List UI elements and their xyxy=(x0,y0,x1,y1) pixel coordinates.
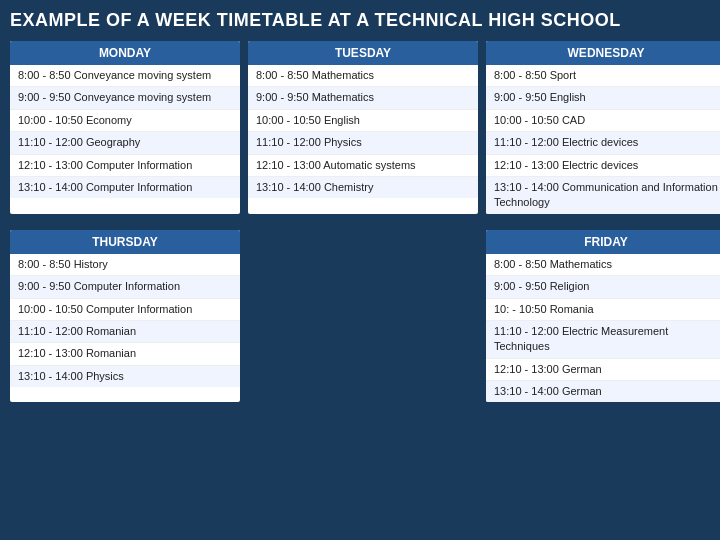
monday-row-5: 13:10 - 14:00 Computer Information xyxy=(10,177,240,198)
thursday-row-4: 12:10 - 13:00 Romanian xyxy=(10,343,240,365)
bottom-row: THURSDAY 8:00 - 8:50 History 9:00 - 9:50… xyxy=(10,230,710,403)
tuesday-row-3: 11:10 - 12:00 Physics xyxy=(248,132,478,154)
monday-row-3: 11:10 - 12:00 Geography xyxy=(10,132,240,154)
tuesday-row-5: 13:10 - 14:00 Chemistry xyxy=(248,177,478,198)
friday-row-5: 13:10 - 14:00 German xyxy=(486,381,720,402)
wednesday-row-5: 13:10 - 14:00 Communication and Informat… xyxy=(486,177,720,214)
thursday-row-0: 8:00 - 8:50 History xyxy=(10,254,240,276)
monday-row-0: 8:00 - 8:50 Conveyance moving system xyxy=(10,65,240,87)
tuesday-row-2: 10:00 - 10:50 English xyxy=(248,110,478,132)
tuesday-header: TUESDAY xyxy=(248,41,478,65)
tuesday-row-0: 8:00 - 8:50 Mathematics xyxy=(248,65,478,87)
thursday-row-3: 11:10 - 12:00 Romanian xyxy=(10,321,240,343)
monday-row-1: 9:00 - 9:50 Conveyance moving system xyxy=(10,87,240,109)
thursday-block: THURSDAY 8:00 - 8:50 History 9:00 - 9:50… xyxy=(10,230,240,403)
wednesday-row-2: 10:00 - 10:50 CAD xyxy=(486,110,720,132)
thursday-row-2: 10:00 - 10:50 Computer Information xyxy=(10,299,240,321)
wednesday-row-1: 9:00 - 9:50 English xyxy=(486,87,720,109)
page-title: EXAMPLE OF A WEEK TIMETABLE AT A TECHNIC… xyxy=(10,10,710,31)
friday-row-0: 8:00 - 8:50 Mathematics xyxy=(486,254,720,276)
tuesday-row-1: 9:00 - 9:50 Mathematics xyxy=(248,87,478,109)
tuesday-row-4: 12:10 - 13:00 Automatic systems xyxy=(248,155,478,177)
top-row: MONDAY 8:00 - 8:50 Conveyance moving sys… xyxy=(10,41,710,222)
wednesday-row-3: 11:10 - 12:00 Electric devices xyxy=(486,132,720,154)
tuesday-block: TUESDAY 8:00 - 8:50 Mathematics 9:00 - 9… xyxy=(248,41,478,214)
wednesday-row-4: 12:10 - 13:00 Electric devices xyxy=(486,155,720,177)
monday-row-4: 12:10 - 13:00 Computer Information xyxy=(10,155,240,177)
friday-block: FRIDAY 8:00 - 8:50 Mathematics 9:00 - 9:… xyxy=(486,230,720,403)
monday-row-2: 10:00 - 10:50 Economy xyxy=(10,110,240,132)
thursday-row-1: 9:00 - 9:50 Computer Information xyxy=(10,276,240,298)
monday-header: MONDAY xyxy=(10,41,240,65)
friday-row-3: 11:10 - 12:00 Electric Measurement Techn… xyxy=(486,321,720,359)
friday-row-2: 10: - 10:50 Romania xyxy=(486,299,720,321)
wednesday-block: WEDNESDAY 8:00 - 8:50 Sport 9:00 - 9:50 … xyxy=(486,41,720,214)
monday-block: MONDAY 8:00 - 8:50 Conveyance moving sys… xyxy=(10,41,240,214)
thursday-header: THURSDAY xyxy=(10,230,240,254)
friday-header: FRIDAY xyxy=(486,230,720,254)
wednesday-header: WEDNESDAY xyxy=(486,41,720,65)
friday-row-4: 12:10 - 13:00 German xyxy=(486,359,720,381)
friday-row-1: 9:00 - 9:50 Religion xyxy=(486,276,720,298)
thursday-row-5: 13:10 - 14:00 Physics xyxy=(10,366,240,387)
spacer xyxy=(248,230,478,403)
wednesday-row-0: 8:00 - 8:50 Sport xyxy=(486,65,720,87)
